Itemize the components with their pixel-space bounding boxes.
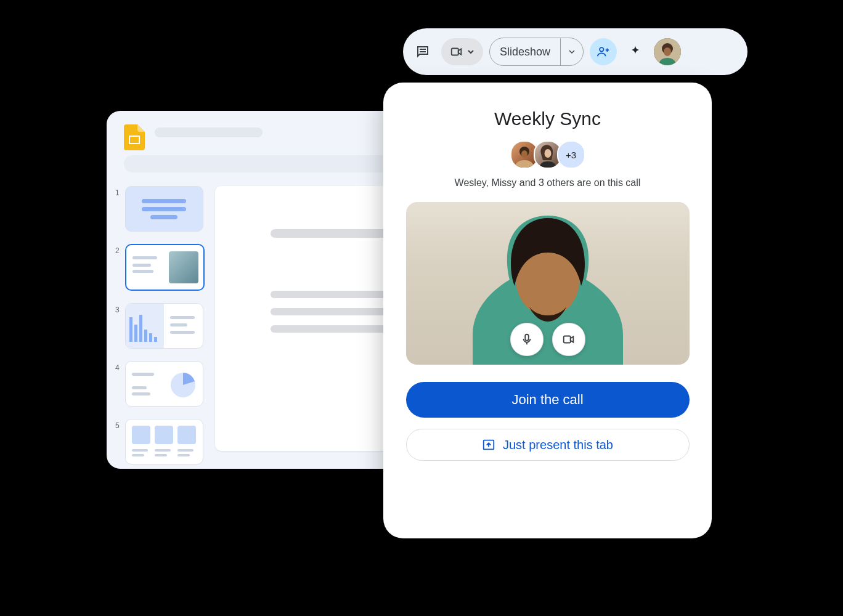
video-icon bbox=[562, 333, 576, 346]
svg-rect-17 bbox=[525, 334, 529, 341]
svg-point-11 bbox=[664, 47, 671, 56]
slideshow-label: Slideshow bbox=[490, 46, 560, 59]
thumb-number: 4 bbox=[115, 361, 125, 372]
thumb-number: 2 bbox=[115, 244, 125, 255]
svg-point-14 bbox=[544, 149, 551, 158]
user-avatar[interactable] bbox=[654, 38, 681, 65]
present-icon bbox=[482, 438, 495, 452]
thumb-number: 3 bbox=[115, 303, 125, 314]
present-tab-button[interactable]: Just present this tab bbox=[406, 429, 690, 461]
more-participants-badge[interactable]: +3 bbox=[557, 140, 585, 169]
top-toolbar: Slideshow bbox=[403, 28, 747, 75]
slideshow-dropdown[interactable] bbox=[560, 38, 583, 65]
sparkle-icon[interactable] bbox=[623, 39, 648, 64]
video-call-button[interactable] bbox=[441, 38, 483, 65]
join-call-button[interactable]: Join the call bbox=[406, 382, 690, 418]
present-tab-label: Just present this tab bbox=[503, 438, 613, 452]
svg-point-13 bbox=[521, 150, 527, 158]
meeting-title: Weekly Sync bbox=[405, 108, 690, 129]
mic-toggle[interactable] bbox=[510, 323, 544, 356]
slide-thumbnail-1[interactable] bbox=[125, 186, 203, 232]
camera-preview bbox=[406, 202, 690, 365]
svg-point-6 bbox=[600, 47, 603, 51]
slides-logo-icon bbox=[124, 124, 145, 153]
camera-toggle[interactable] bbox=[552, 323, 585, 356]
svg-rect-5 bbox=[452, 49, 458, 55]
comments-icon[interactable] bbox=[410, 39, 435, 64]
meet-join-panel: Weekly Sync +3 Wesley, Missy and 3 other… bbox=[383, 83, 712, 538]
participants-subtitle: Wesley, Missy and 3 others are on this c… bbox=[405, 177, 690, 188]
chevron-down-icon bbox=[467, 48, 474, 55]
slide-thumbnail-3[interactable] bbox=[125, 303, 203, 349]
slide-thumbnail-5[interactable] bbox=[125, 419, 203, 464]
slideshow-button[interactable]: Slideshow bbox=[489, 38, 584, 66]
share-button[interactable] bbox=[590, 38, 617, 65]
person-add-icon bbox=[597, 45, 610, 59]
doc-title-placeholder bbox=[155, 128, 263, 137]
slide-thumbnails: 1 2 3 bbox=[115, 186, 205, 477]
svg-rect-1 bbox=[130, 137, 139, 143]
participant-avatars: +3 bbox=[405, 140, 690, 169]
mic-icon bbox=[520, 333, 534, 346]
slide-thumbnail-2[interactable] bbox=[125, 244, 205, 291]
svg-rect-19 bbox=[563, 336, 570, 343]
chevron-down-icon bbox=[569, 49, 575, 55]
thumb-number: 1 bbox=[115, 186, 125, 197]
thumb-number: 5 bbox=[115, 419, 125, 430]
slide-thumbnail-4[interactable] bbox=[125, 361, 203, 407]
